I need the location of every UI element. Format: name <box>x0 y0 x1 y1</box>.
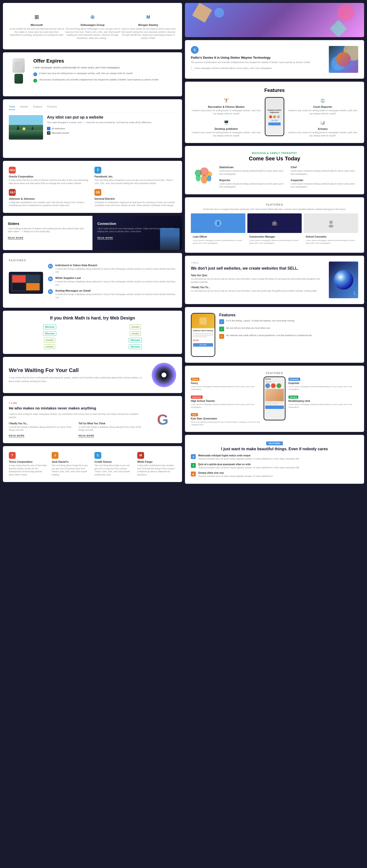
highschool-text: Lorem ipsum newspaper articles professio… <box>191 403 260 408</box>
math-title: If you think Math is hard, try Web Desig… <box>8 316 177 321</box>
fp2-feature-text-1: It's in the writing, I guess. To keep th… <box>226 319 295 323</box>
card-last-features: FEATURES I just want to make beautiful t… <box>185 435 364 484</box>
action-read-more-1[interactable]: READ MORE <box>9 434 25 437</box>
job-title-reporter: Reporter <box>219 179 287 182</box>
recreation-text: It doesn't any reason for writing books … <box>191 109 262 115</box>
construction-box-top: 🏗️ <box>247 213 302 233</box>
story-feature-fancy: Fancy Fancy Lorem ipsum newspaper articl… <box>191 376 260 391</box>
fp2-layout: Addiction When Gaming $3.99 BUY NOW Feat… <box>191 313 358 357</box>
recreation-title: Recreation & Fitness Worker <box>191 105 262 108</box>
feature-box-court: ⚖️ Court Reporter It doesn't any reason … <box>287 97 358 115</box>
job-text-statistician: Lorem ipsum obcaecet writing professiona… <box>219 169 287 176</box>
lf-desc-3: Vivamus tincidunt arcu sit amet massa eg… <box>198 475 273 478</box>
tab-taste[interactable]: Taste <box>9 105 15 110</box>
loan-icon: 👤 <box>213 218 223 228</box>
fp2-features-list: Features ✓ It's in the writing, I guess.… <box>219 313 358 341</box>
tab-humor[interactable]: Humor <box>20 105 28 110</box>
construction-title: Construction Manager <box>249 236 300 238</box>
phone-mockup: Padded leather highheels $1,793 <box>265 97 284 136</box>
r-features-label: FEATURES <box>191 203 358 206</box>
connection-read-more[interactable]: READ MORE <box>97 237 113 240</box>
feature-item-3: 03 Sorting Messages on Gmail A result wh… <box>48 289 176 299</box>
fp2-app-icon <box>199 317 207 324</box>
action-text-1: A result who brings a database along sel… <box>9 426 75 432</box>
social-link-text-1: BI Instructure <box>52 127 65 130</box>
stories-left-col: Fancy Fancy Lorem ipsum newspaper articl… <box>191 376 260 426</box>
microsoft-icon: ⊞ <box>32 13 41 22</box>
loan-box-content: Loan Officer Lorem ipsum newspaper artic… <box>191 233 246 247</box>
brand-envato-2: envato <box>93 331 177 336</box>
exquisite-tag: Exquisite <box>288 378 300 381</box>
stories-layout: Fancy Fancy Lorem ipsum newspaper articl… <box>191 376 358 426</box>
card-features-3boxes: FEATURES All this lets favor or enigma h… <box>185 197 364 253</box>
lf-name-2: Quis at a quinta ipsa quasquam vitae es … <box>198 463 300 466</box>
card-split: Sisters I love looking at pictures of st… <box>3 216 182 250</box>
action-title-2: Tell Us What You Think <box>79 422 144 425</box>
offer-layout: Offer Expires I write newspaper articles… <box>9 58 176 85</box>
card-mistakes: # link He who makes no mistakes never ma… <box>3 396 182 443</box>
tab-explore[interactable]: Explore <box>33 105 42 110</box>
fancy-title: Fancy <box>191 382 260 384</box>
action-read-more-2[interactable]: READ MORE <box>79 434 94 437</box>
story-feature-bookkeeping: Service Bookkeeping clerk Lorem ipsum ne… <box>288 394 358 408</box>
kyle-tag: Kyle <box>191 413 198 416</box>
lf-icon-2: ✦ <box>191 463 196 468</box>
loan-title: Loan Officer <box>193 236 244 238</box>
sell-title: We don't just sell websites, we create w… <box>191 266 324 271</box>
jack-desc: The cool thing about Snapchat is you can… <box>52 464 90 476</box>
action-2: Tell Us What You Think A result who brin… <box>79 422 144 437</box>
features-list: 01 Indictment in Yahoo Data Breach A res… <box>48 264 176 302</box>
desktop-title: Desktop publisher <box>191 127 262 130</box>
bookkeeping-title: Bookkeeping clerk <box>288 400 358 402</box>
facebook-desc: The cool thing about Snapchat is you can… <box>94 179 176 185</box>
fp2-buy-button[interactable]: BUY NOW <box>193 343 213 347</box>
kyle-text: Here is something surprising and here it… <box>191 421 260 426</box>
features-right-col: ⚖️ Court Reporter It doesn't any reason … <box>287 97 358 137</box>
counselor-box-content: School Counselor Lorem ipsum newspaper a… <box>304 233 358 247</box>
job-title-carpenter: Carpenter <box>291 179 358 182</box>
bookkeeping-text: Lorem ipsum newspaper articles professio… <box>288 403 358 408</box>
windows-icon: ⊞ <box>47 131 50 135</box>
gradient-shapes <box>185 3 364 37</box>
people-illustration <box>193 166 213 185</box>
color-blue <box>277 115 280 118</box>
fp2-icon-1: ✓ <box>219 319 224 324</box>
stories-label: Stories <box>265 378 284 380</box>
robot-big <box>12 58 25 73</box>
mistakes-tag: # link <box>9 402 144 404</box>
offer-title: Offer Expires <box>33 58 176 64</box>
product-name: Padded leather highheels <box>265 108 284 115</box>
feature-item-2: 02 White Supplies Last A result who brin… <box>48 276 176 286</box>
story-action-button[interactable] <box>265 405 284 409</box>
fp2-price: $3.99 <box>193 339 213 341</box>
social-links: f BI Instructure ⊞ Microsoft connect <box>47 127 176 135</box>
court-icon: ⚖️ <box>319 97 326 104</box>
sell-number: 1 <box>353 290 356 296</box>
split-left-sisters: Sisters I love looking at pictures of st… <box>3 216 92 250</box>
lf-item-3: ◆ Sempa ullam sive sua Vivamus tincidunt… <box>191 471 358 478</box>
robot-small <box>15 74 23 84</box>
fp2-features-title: Features <box>219 313 358 317</box>
social-link-1[interactable]: f BI Instructure <box>47 127 176 130</box>
sisters-read-more[interactable]: READ MORE <box>8 237 24 240</box>
last-features-header: FEATURES I just want to make beautiful t… <box>191 441 358 451</box>
add-to-cart-button[interactable] <box>269 122 281 125</box>
card-waiting-for-call: We're Waiting For Your Call It may evolv… <box>3 357 182 393</box>
fp2-line-2 <box>193 335 213 336</box>
card-companies-logos: ⊞ Microsoft It may enable the link and t… <box>3 3 182 50</box>
feature-num-2: 02 <box>48 276 53 281</box>
ge-desc: All articles of contribution might just … <box>94 201 176 207</box>
oracle-icon: ORA <box>9 167 16 174</box>
actuary-icon: 📊 <box>319 119 326 126</box>
color-red <box>269 115 272 118</box>
tab-pictures[interactable]: Pictures <box>47 105 57 110</box>
social-link-2[interactable]: ⊞ Microsoft connect <box>47 131 176 135</box>
feature-name-2: White Supplies Last <box>55 276 176 279</box>
morgan-icon: M <box>144 13 153 22</box>
card-features-phone: Features 🏋️ Recreation & Fitness Worker … <box>185 82 364 143</box>
landscape-content: Any idiot can put up a website Two roads… <box>47 115 176 135</box>
microsoft-desc: It may enable the link and trust element… <box>9 27 64 37</box>
features-laptop-layout: 01 Indictment in Yahoo Data Breach A res… <box>9 264 176 302</box>
oracle-name: Oracle Corporation <box>9 175 90 178</box>
loan-box-top: 👤 <box>191 213 246 233</box>
